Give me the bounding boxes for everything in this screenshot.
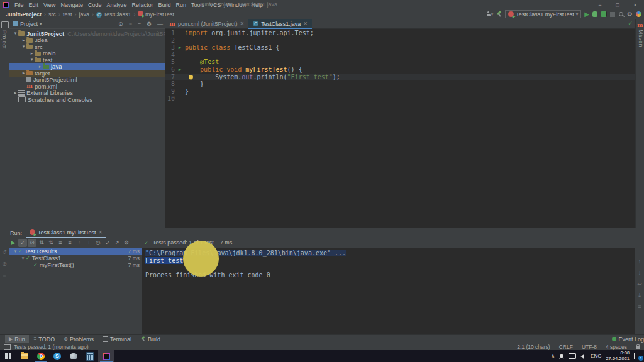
menu-item-build[interactable]: Build xyxy=(155,2,173,8)
run-configuration-select[interactable]: TestClass1.myFirstTest ▾ xyxy=(505,10,581,18)
menu-item-refactor[interactable]: Refactor xyxy=(129,2,155,8)
build-hammer-icon[interactable] xyxy=(496,11,502,17)
code-editor[interactable]: 1import org.junit.jupiter.api.Test;23▶pu… xyxy=(165,29,635,102)
maximize-button[interactable]: □ xyxy=(609,0,626,9)
tree-expander-icon[interactable]: ▸ xyxy=(21,70,26,75)
import-results-icon[interactable]: ↙ xyxy=(103,239,112,247)
test-history-icon[interactable]: ◷ xyxy=(94,239,103,247)
close-tab-icon[interactable]: ✕ xyxy=(240,21,245,26)
breadcrumb-item-java[interactable]: java xyxy=(78,11,91,18)
caret-position[interactable]: 2:1 (10 chars) xyxy=(517,344,550,350)
tree-expander-icon[interactable]: ▸ xyxy=(37,64,43,69)
tree-expander-icon[interactable]: ▾ xyxy=(21,44,26,49)
editor-tab-testclass1-java[interactable]: CTestClass1.java✕ xyxy=(248,19,312,29)
vcs-user-icon[interactable]: ▾ xyxy=(486,11,494,17)
menu-item-code[interactable]: Code xyxy=(86,2,104,8)
project-tool-icon[interactable] xyxy=(1,21,9,28)
test-tree-row-myfirsttest-[interactable]: ✓myFirstTest()7 ms xyxy=(9,261,142,268)
collapse-all-icon[interactable]: ÷ xyxy=(136,21,143,27)
code-with-me-icon[interactable] xyxy=(636,11,641,17)
hide-panel-icon[interactable]: — xyxy=(155,21,165,27)
close-button[interactable]: × xyxy=(626,0,644,9)
maven-stripe-button[interactable]: Maven xyxy=(638,30,644,47)
expand-all-icon[interactable]: ≡ xyxy=(127,21,134,27)
clear-all-icon[interactable]: ≡ xyxy=(638,304,641,310)
export-results-icon[interactable]: ↗ xyxy=(113,239,121,247)
panel-settings-gear-icon[interactable]: ⚙ xyxy=(145,21,153,27)
show-ignored-icon[interactable]: ⊘ xyxy=(28,239,36,247)
tree-row-main[interactable]: ▸main xyxy=(9,50,165,57)
tree-expander-icon[interactable]: ▸ xyxy=(29,51,35,56)
inspection-ok-icon[interactable]: ✓ xyxy=(628,20,633,26)
toolwindow-toggle-icon[interactable] xyxy=(4,344,11,350)
locate-file-icon[interactable]: ⊙ xyxy=(116,21,125,27)
menu-item-edit[interactable]: Edit xyxy=(26,2,42,8)
collapse-all-icon[interactable]: ≡ xyxy=(65,239,74,247)
notification-center-icon[interactable]: 1 xyxy=(634,353,641,359)
suspend-icon[interactable]: ⊘ xyxy=(2,261,7,267)
tree-row-scratches-and-consoles[interactable]: Scratches and Consoles xyxy=(9,96,165,103)
menu-item-view[interactable]: View xyxy=(41,2,58,8)
tree-row-external-libraries[interactable]: ▸External Libraries xyxy=(9,90,165,97)
test-tree-row-test-results[interactable]: ▾✓Test Results7 ms xyxy=(9,248,142,255)
start-button[interactable] xyxy=(0,350,16,362)
status-message[interactable]: Tests passed: 1 (moments ago) xyxy=(14,344,89,350)
settings-gear-icon[interactable]: ⚙ xyxy=(627,11,633,18)
lock-icon[interactable] xyxy=(636,346,640,349)
tree-expander-icon[interactable]: ▸ xyxy=(21,38,26,43)
menu-item-file[interactable]: File xyxy=(12,2,26,8)
tree-expander-icon[interactable]: ▾ xyxy=(13,31,18,36)
run-button[interactable]: ▶ xyxy=(584,11,589,18)
tree-row-pom-xml[interactable]: mpom.xml xyxy=(9,83,165,90)
breadcrumb-item-src[interactable]: src xyxy=(47,11,57,18)
close-tab-icon[interactable]: ✕ xyxy=(303,21,308,26)
coverage-button[interactable] xyxy=(601,11,607,17)
project-stripe-button[interactable]: Project xyxy=(1,30,8,49)
run-test-gutter-icon[interactable]: ▶ xyxy=(179,67,182,72)
intention-bulb-icon[interactable] xyxy=(189,75,193,79)
tree-row-target[interactable]: ▸target xyxy=(9,70,165,77)
sort-alphabetically-icon[interactable]: ⇅ xyxy=(37,239,46,247)
display-tray-icon[interactable] xyxy=(569,353,576,359)
tree-row-junit5project-iml[interactable]: Junit5Project.iml xyxy=(9,77,165,84)
skype-app-icon[interactable]: S xyxy=(49,350,65,362)
tree-expander-icon[interactable]: ▾ xyxy=(20,256,26,261)
file-explorer-app-icon[interactable] xyxy=(16,350,33,362)
encoding[interactable]: UTF-8 xyxy=(582,344,597,350)
intellij-app-icon[interactable] xyxy=(98,350,114,362)
breadcrumb-item-myfirsttest[interactable]: myFirstTest xyxy=(136,11,175,18)
editor-area[interactable]: mpom.xml (Junit5Project)✕CTestClass1.jav… xyxy=(165,19,635,228)
language-indicator[interactable]: ENG xyxy=(591,353,601,359)
project-panel-title[interactable]: Project xyxy=(20,21,38,27)
breadcrumb-item-test[interactable]: test xyxy=(62,11,74,18)
up-stacktrace-icon[interactable]: ↑ xyxy=(638,258,641,265)
brain-app-icon[interactable] xyxy=(65,350,82,362)
breadcrumb-item-testclass1[interactable]: C TestClass1 xyxy=(95,11,132,18)
tree-expander-icon[interactable]: ▸ xyxy=(13,90,18,96)
menu-item-analyze[interactable]: Analyze xyxy=(104,2,129,8)
tree-row-test[interactable]: ▾test xyxy=(9,57,165,63)
test-tree-row-testclass1[interactable]: ▾✓TestClass17 ms xyxy=(9,255,142,261)
tree-row--idea[interactable]: ▸.idea xyxy=(9,37,165,44)
tree-expander-icon[interactable]: ▾ xyxy=(29,57,35,62)
breadcrumb-item-junit5project[interactable]: Junit5Project xyxy=(4,11,43,18)
search-everywhere-icon[interactable] xyxy=(618,11,624,17)
speaker-tray-icon[interactable] xyxy=(580,354,584,358)
run-test-gutter-icon[interactable]: ▶ xyxy=(179,45,182,50)
tree-row-java[interactable]: ▸java xyxy=(9,63,165,70)
indent-setting[interactable]: 4 spaces xyxy=(606,344,627,350)
tree-row-src[interactable]: ▾src xyxy=(9,43,165,50)
calculator-app-icon[interactable] xyxy=(82,350,98,362)
run-tab[interactable]: TestClass1.myFirstTest ✕ xyxy=(26,228,106,238)
event-log-button[interactable]: Event Log xyxy=(612,336,644,343)
scroll-to-end-icon[interactable]: ↧ xyxy=(637,292,642,299)
editor-tab-pom-xml[interactable]: mpom.xml (Junit5Project)✕ xyxy=(165,19,248,28)
layout-icon[interactable]: ≡ xyxy=(3,273,6,279)
sort-by-duration-icon[interactable]: ⇅ xyxy=(47,239,55,247)
close-run-tab-icon[interactable]: ✕ xyxy=(99,229,103,235)
menu-item-run[interactable]: Run xyxy=(174,2,189,8)
expand-all-icon[interactable]: ≡ xyxy=(56,239,65,247)
tree-row-junit5project[interactable]: ▾Junit5ProjectC:\Users\demon\IdeaProject… xyxy=(9,30,165,37)
rerun-tests-icon[interactable]: ▶ xyxy=(9,239,18,247)
line-ending[interactable]: CRLF xyxy=(559,344,573,350)
